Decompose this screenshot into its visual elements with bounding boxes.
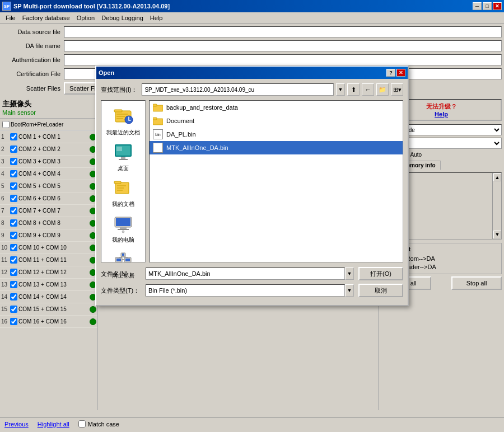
folder-icon: [153, 116, 163, 126]
nav-back-btn[interactable]: ←: [362, 83, 374, 96]
bin-file-icon: bin: [153, 143, 163, 153]
svg-line-29: [123, 257, 128, 257]
minimize-button[interactable]: ─: [473, 2, 482, 10]
dialog-close-btn[interactable]: ✕: [396, 69, 405, 77]
svg-rect-15: [117, 190, 123, 191]
location-label: 查找范围(I)：: [101, 86, 137, 94]
app-title: SP Multi-port download tool [V3.1312.00-…: [13, 3, 170, 10]
menu-bar: File Factory database Option Debug Loggi…: [0, 12, 504, 24]
shortcuts-panel: 我最近的文档: [101, 100, 146, 262]
svg-rect-27: [122, 253, 124, 256]
mydocs-icon: [112, 177, 134, 199]
file-name-2: DA_PL.bin: [166, 131, 196, 138]
menu-debug[interactable]: Debug Logging: [98, 13, 147, 22]
mycomputer-icon: [112, 213, 134, 235]
shortcut-mydocs[interactable]: 我的文档: [104, 177, 142, 208]
file-list: backup_and_restore_data Document bin DA_…: [149, 100, 403, 262]
dialog-main-area: 我最近的文档: [101, 100, 403, 262]
filetype-input[interactable]: [146, 284, 345, 297]
svg-rect-18: [120, 227, 127, 229]
app-icon: SP: [2, 2, 11, 11]
svg-line-28: [119, 257, 123, 257]
dialog-bottom: 文件名(N)： ▼ 打开(O) 文件类型(T)： ▼ 取消: [101, 267, 403, 297]
filename-label: 文件名(N)：: [101, 270, 146, 278]
dialog-toolbar: 查找范围(I)： SP_MDT_exe_v3.1312.00_A2013.04.…: [101, 83, 403, 96]
svg-rect-8: [121, 157, 125, 159]
close-button[interactable]: ✕: [493, 2, 502, 10]
bin-file-icon: bin: [153, 129, 163, 139]
filetype-label: 文件类型(T)：: [101, 287, 146, 295]
svg-rect-2: [116, 114, 128, 115]
shortcut-desktop[interactable]: 桌面: [104, 141, 142, 172]
folder-icon: [153, 102, 163, 112]
desktop-icon: [112, 141, 134, 163]
open-dialog: Open ? ✕ 查找范围(I)： SP_MDT_exe_v3.1312.00_…: [95, 65, 409, 306]
menu-file[interactable]: File: [2, 13, 19, 22]
svg-rect-10: [116, 147, 122, 151]
shortcut-mycomputer[interactable]: 我的电脑: [104, 213, 142, 244]
dialog-help-btn[interactable]: ?: [386, 69, 395, 77]
location-combo[interactable]: SP_MDT_exe_v3.1312.00_A2013.04.09_cu: [142, 83, 334, 96]
svg-rect-33: [153, 118, 157, 120]
svg-rect-1: [114, 110, 122, 112]
dialog-title: Open: [99, 69, 114, 76]
menu-option[interactable]: Option: [73, 13, 98, 22]
filetype-dropdown-arrow[interactable]: ▼: [345, 284, 354, 297]
open-button[interactable]: 打开(O): [358, 267, 403, 280]
nav-forward-btn[interactable]: 📁: [376, 83, 389, 96]
cancel-button[interactable]: 取消: [358, 284, 403, 297]
filename-dropdown-arrow[interactable]: ▼: [345, 267, 354, 280]
file-name-1: Document: [166, 118, 194, 124]
svg-rect-17: [116, 218, 130, 226]
shortcut-recent-label: 我最近的文档: [106, 129, 140, 137]
svg-rect-24: [125, 259, 130, 261]
svg-rect-3: [116, 116, 125, 117]
shortcut-recent[interactable]: 我最近的文档: [104, 105, 142, 137]
file-item-1[interactable]: Document: [150, 114, 403, 128]
file-item-3[interactable]: bin MTK_AllInOne_DA.bin: [150, 141, 403, 154]
dialog-overlay: Open ? ✕ 查找范围(I)： SP_MDT_exe_v3.1312.00_…: [0, 24, 504, 430]
file-name-3: MTK_AllInOne_DA.bin: [166, 144, 228, 151]
shortcut-desktop-label: 桌面: [118, 165, 129, 172]
title-bar: SP SP Multi-port download tool [V3.1312.…: [0, 0, 504, 12]
svg-point-20: [122, 231, 124, 233]
file-item-0[interactable]: backup_and_restore_data: [150, 101, 403, 114]
location-dropdown-arrow[interactable]: ▼: [336, 83, 345, 96]
menu-help[interactable]: Help: [147, 13, 166, 22]
svg-rect-31: [153, 104, 157, 106]
svg-rect-14: [117, 187, 124, 189]
network-icon: [112, 248, 134, 271]
recent-icon: [112, 105, 134, 128]
maximize-button[interactable]: □: [483, 2, 492, 10]
shortcut-mycomputer-label: 我的电脑: [112, 236, 134, 244]
shortcut-mydocs-label: 我的文档: [112, 200, 134, 208]
svg-rect-12: [114, 181, 121, 184]
svg-rect-19: [118, 229, 129, 230]
svg-rect-4: [116, 118, 123, 119]
file-name-0: backup_and_restore_data: [166, 104, 238, 111]
svg-rect-13: [117, 185, 126, 186]
svg-rect-22: [116, 259, 121, 261]
view-btn[interactable]: ⊞▾: [391, 83, 403, 96]
menu-factory[interactable]: Factory database: [19, 13, 73, 22]
dialog-titlebar: Open ? ✕: [96, 67, 408, 79]
nav-up-btn[interactable]: ⬆: [347, 83, 360, 96]
file-item-2[interactable]: bin DA_PL.bin: [150, 128, 403, 141]
svg-rect-9: [119, 159, 128, 160]
filename-input[interactable]: [146, 267, 345, 280]
